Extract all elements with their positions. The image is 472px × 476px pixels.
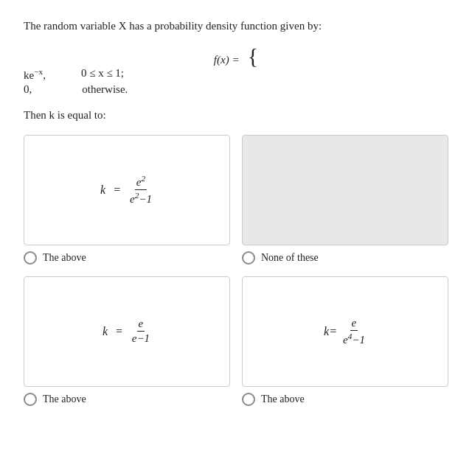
piecewise-row-2: 0, otherwise.: [24, 83, 448, 96]
option-c-formula: k = e e−1: [103, 318, 151, 345]
option-d-radio-row: The above: [242, 393, 448, 406]
option-a-box[interactable]: k = e2 e2−1: [24, 135, 230, 245]
options-grid: k = e2 e2−1 The above None of these: [24, 135, 448, 406]
option-c-box[interactable]: k = e e−1: [24, 276, 230, 387]
option-b-cell: None of these: [242, 135, 448, 265]
option-a-label: The above: [43, 252, 86, 264]
question-text: The random variable X has a probability …: [24, 18, 448, 35]
option-a-radio-row: The above: [24, 251, 230, 265]
then-text: Then k is equal to:: [24, 109, 448, 122]
option-c-label: The above: [43, 393, 86, 405]
option-b-label: None of these: [261, 252, 319, 264]
fx-label: f(x) =: [214, 54, 240, 66]
option-b-radio-row: None of these: [242, 251, 448, 265]
option-a-formula: k = e2 e2−1: [100, 174, 153, 206]
piecewise-brace: {: [248, 43, 258, 68]
piecewise-row-1: ke−x, 0 ≤ x ≤ 1;: [24, 67, 448, 82]
option-d-radio[interactable]: [242, 393, 255, 406]
option-c-cell: k = e e−1 The above: [24, 276, 230, 406]
option-d-cell: k= e e4−1 The above: [242, 276, 448, 406]
option-a-radio[interactable]: [24, 251, 37, 265]
option-b-box[interactable]: [242, 135, 448, 245]
pdf-formula: f(x) = { ke−x, 0 ≤ x ≤ 1; 0, otherwise.: [24, 45, 448, 96]
piecewise-rows: ke−x, 0 ≤ x ≤ 1; 0, otherwise.: [24, 67, 448, 96]
option-d-formula: k= e e4−1: [324, 317, 367, 346]
option-a-cell: k = e2 e2−1 The above: [24, 135, 230, 265]
option-b-radio[interactable]: [242, 251, 255, 265]
option-c-radio[interactable]: [24, 393, 37, 406]
option-d-label: The above: [261, 393, 305, 405]
option-d-box[interactable]: k= e e4−1: [242, 276, 448, 387]
option-c-radio-row: The above: [24, 393, 230, 406]
question-container: The random variable X has a probability …: [24, 18, 448, 406]
